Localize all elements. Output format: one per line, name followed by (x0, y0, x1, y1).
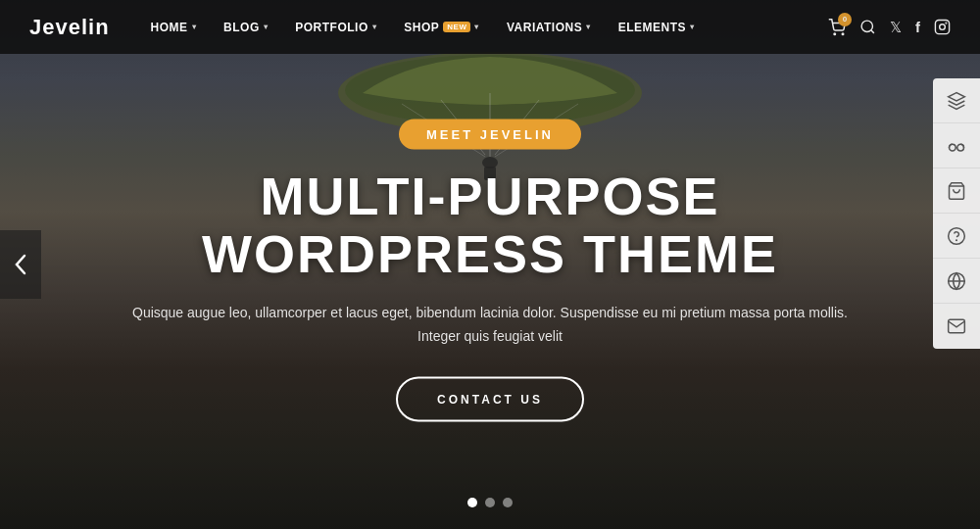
sidebar-layers-icon[interactable] (933, 78, 980, 123)
chevron-icon: ▾ (586, 23, 591, 31)
nav-item-portfolio[interactable]: Portfolio ▾ (283, 15, 388, 40)
svg-point-11 (861, 21, 872, 31)
svg-rect-13 (935, 20, 949, 33)
slide-dot-2[interactable] (485, 498, 495, 507)
search-icon[interactable] (859, 19, 876, 35)
chevron-icon: ▾ (372, 23, 377, 31)
nav-icon-group: 0 𝕏 f (828, 19, 951, 36)
chevron-icon: ▾ (474, 23, 479, 31)
nav-item-blog[interactable]: Blog ▾ (212, 15, 279, 40)
nav-item-elements[interactable]: Elements ▾ (607, 15, 707, 40)
nav-item-shop[interactable]: Shop NEW ▾ (392, 15, 491, 40)
svg-line-12 (871, 30, 874, 33)
shop-new-badge: NEW (443, 22, 470, 32)
hero-section: Jevelin Home ▾ Blog ▾ Portfolio ▾ Shop N… (0, 0, 980, 529)
right-sidebar (933, 78, 980, 349)
cart-count-badge: 0 (838, 13, 852, 26)
sidebar-mail-icon[interactable] (933, 304, 980, 349)
slide-dot-1[interactable] (467, 498, 477, 507)
navbar: Jevelin Home ▾ Blog ▾ Portfolio ▾ Shop N… (0, 0, 980, 54)
svg-point-9 (834, 33, 836, 35)
facebook-icon[interactable]: f (915, 19, 920, 35)
nav-item-variations[interactable]: Variations ▾ (495, 15, 603, 40)
svg-point-10 (842, 33, 844, 35)
prev-slide-button[interactable] (0, 230, 41, 299)
sidebar-help-icon[interactable] (933, 214, 980, 259)
nav-item-home[interactable]: Home ▾ (139, 15, 209, 40)
sidebar-glasses-icon[interactable] (933, 123, 980, 168)
sidebar-bag-icon[interactable] (933, 168, 980, 214)
svg-point-14 (940, 24, 946, 30)
hero-subtitle: Quisque augue leo, ullamcorper et lacus … (78, 301, 902, 348)
sidebar-globe-icon[interactable] (933, 259, 980, 304)
svg-point-21 (949, 227, 965, 244)
contact-us-button[interactable]: CONTACT US (396, 377, 584, 422)
twitter-icon[interactable]: 𝕏 (890, 19, 902, 36)
slide-dot-3[interactable] (503, 498, 513, 507)
svg-marker-16 (949, 92, 965, 100)
slide-dots (467, 498, 513, 507)
hero-content: MEET JEVELIN MULTI-PURPOSE WORDPRESS THE… (0, 120, 980, 422)
brand-logo[interactable]: Jevelin (29, 15, 110, 40)
chevron-icon: ▾ (264, 23, 269, 31)
chevron-icon: ▾ (192, 23, 197, 31)
cart-icon[interactable]: 0 (828, 19, 846, 36)
hero-tagline: MEET JEVELIN (399, 120, 581, 150)
hero-title: MULTI-PURPOSE WORDPRESS THEME (78, 168, 902, 284)
chevron-icon: ▾ (690, 23, 695, 31)
svg-point-15 (946, 23, 947, 24)
instagram-icon[interactable] (934, 19, 951, 35)
nav-links: Home ▾ Blog ▾ Portfolio ▾ Shop NEW ▾ Var… (139, 15, 828, 40)
